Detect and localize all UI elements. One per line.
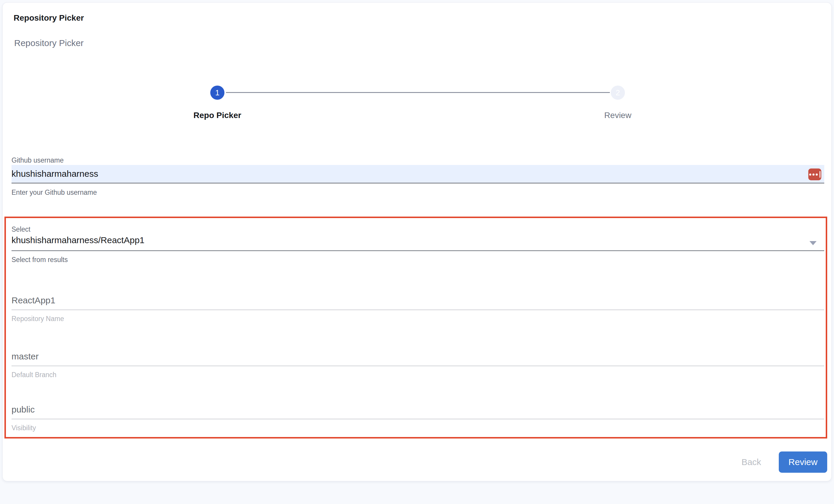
repository-name-field: ReactApp1 Repository Name [12,295,824,323]
field-underline [12,366,824,366]
page-subtitle: Repository Picker [14,38,84,48]
repo-select-underline [12,250,824,251]
repo-select-dropdown[interactable]: khushisharmaharness/ReactApp1 [12,234,824,251]
repository-name-value: ReactApp1 [12,295,824,305]
step-1-indicator: 1 [210,86,224,100]
page-title: Repository Picker [14,13,84,23]
review-button[interactable]: Review [779,452,827,473]
repo-select-helper: Select from results [12,256,68,264]
lastpass-dot [816,174,818,176]
field-underline [12,310,824,310]
lastpass-dot [812,174,814,176]
step-2-indicator: 2 [611,86,625,100]
default-branch-value: master [12,351,824,362]
default-branch-field: master Default Branch [12,351,824,379]
back-button[interactable]: Back [732,456,770,468]
step-connector-line [226,92,610,93]
step-2-label: Review [559,111,677,120]
repository-picker-card: Repository Picker Repository Picker 1 2 … [2,2,832,481]
repo-select-value: khushisharmaharness/ReactApp1 [12,235,145,245]
chevron-down-icon [810,241,817,245]
repo-select-label: Select [12,225,30,233]
default-branch-label: Default Branch [12,371,824,379]
visibility-value: public [12,405,824,415]
github-username-label: Github username [12,156,64,164]
field-underline [12,419,824,419]
lastpass-bar [819,171,820,178]
lastpass-dot [809,174,811,176]
lastpass-icon[interactable] [808,168,821,180]
step-1-label: Repo Picker [158,111,277,120]
github-username-helper: Enter your Github username [12,188,97,197]
visibility-field: public Visibility [12,405,824,432]
github-username-input[interactable] [12,165,824,184]
visibility-label: Visibility [12,424,824,432]
repository-name-label: Repository Name [12,315,824,323]
